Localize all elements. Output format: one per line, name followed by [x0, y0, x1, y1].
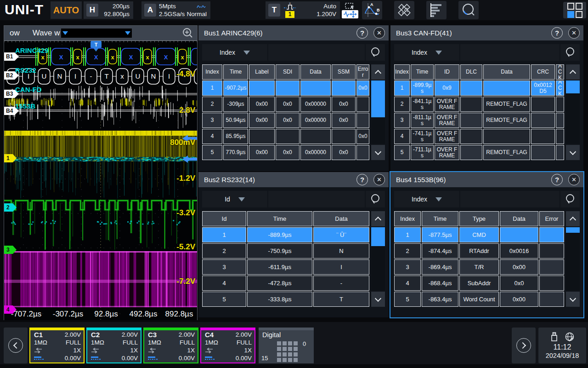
histogram-tool[interactable]	[426, 1, 447, 19]
scrollbar-thumb[interactable]	[371, 80, 385, 117]
table-cell[interactable]: -333.8µs	[247, 292, 312, 307]
table-cell[interactable]: 85.95µs	[223, 129, 248, 144]
table-cell[interactable]: 0x0	[356, 80, 369, 96]
table-cell[interactable]: -863.4µs	[422, 292, 458, 307]
scroll-left-button[interactable]	[4, 328, 28, 363]
table-cell[interactable]: 0x0012D5	[531, 80, 555, 96]
table-cell[interactable]: OVER FRAME	[435, 129, 459, 144]
math-ab-tool[interactable]: A B	[362, 1, 382, 19]
window-layout-button[interactable]	[563, 2, 586, 18]
scroll-right-button[interactable]	[512, 328, 536, 363]
table-cell[interactable]: 0x0	[500, 276, 538, 291]
table-cell[interactable]: 1	[202, 80, 222, 96]
table-cell[interactable]: -472.8µs	[247, 276, 312, 291]
table-cell[interactable]: REMOTE_FLAG	[483, 145, 530, 160]
table-cell[interactable]: 0x0	[276, 113, 300, 128]
table-cell[interactable]	[556, 113, 564, 128]
table-cell[interactable]	[276, 80, 300, 96]
table-cell[interactable]: OVER FRAME	[435, 97, 459, 112]
search-button[interactable]	[560, 191, 580, 207]
table-cell[interactable]: N	[313, 243, 369, 259]
close-icon[interactable]: ✕	[373, 174, 385, 185]
scroll-down-button[interactable]	[371, 292, 385, 307]
scrollbar-track[interactable]	[566, 227, 580, 291]
table-cell[interactable]: -868.4µs	[422, 276, 458, 291]
table-cell[interactable]: 4	[394, 129, 410, 144]
table-cell[interactable]	[249, 129, 275, 144]
search-button[interactable]	[366, 191, 385, 207]
table-cell[interactable]: 0x00000	[300, 97, 331, 112]
table-cell[interactable]: REMOTE_FLAG	[483, 97, 530, 112]
channel-card-c2[interactable]: C22.00V1MΩFULL1X0.00V	[86, 328, 141, 363]
scrollbar-track[interactable]	[371, 80, 385, 144]
table-cell[interactable]: 3	[202, 113, 222, 128]
scroll-down-button[interactable]	[566, 145, 580, 160]
digital-channels-card[interactable]: Digital 0 15	[259, 328, 314, 363]
help-icon[interactable]: ?	[356, 27, 368, 39]
table-cell[interactable]: 0x00	[249, 113, 275, 128]
table-cell[interactable]: 0x0	[276, 145, 300, 160]
help-icon[interactable]: ?	[356, 174, 368, 185]
trigger-menu-button[interactable]: T T 1 Auto 1.200V	[266, 1, 340, 19]
table-cell[interactable]: 2	[394, 97, 410, 112]
scrollbar-track[interactable]	[566, 80, 580, 144]
table-cell[interactable]: 0x00	[249, 145, 275, 160]
table-cell[interactable]: 0x00	[249, 97, 275, 112]
close-icon[interactable]: ✕	[568, 27, 580, 39]
measure-tool[interactable]	[394, 1, 414, 19]
table-cell[interactable]	[460, 129, 482, 144]
table-cell[interactable]: 5	[394, 292, 421, 307]
filter-dropdown[interactable]: Index	[202, 44, 267, 61]
search-button[interactable]	[560, 44, 580, 61]
table-cell[interactable]	[556, 129, 564, 144]
table-cell[interactable]: 4	[202, 276, 246, 291]
table-cell[interactable]: -889.9µs	[247, 227, 312, 242]
channel-card-c1[interactable]: C12.00V1MΩFULL1X0.00V	[29, 328, 85, 363]
table-cell[interactable]	[539, 243, 564, 259]
table-cell[interactable]: 3	[394, 259, 421, 275]
table-cell[interactable]: T/R	[459, 259, 499, 275]
table-cell[interactable]: 0x0	[276, 97, 300, 112]
table-cell[interactable]: T	[313, 292, 369, 307]
table-cell[interactable]: I	[313, 259, 369, 275]
filter-dropdown[interactable]: Id	[202, 191, 267, 207]
scrollbar-track[interactable]	[371, 227, 385, 291]
table-cell[interactable]: -841.1µs	[411, 97, 434, 112]
search-input[interactable]	[268, 191, 365, 207]
table-cell[interactable]: REMOTE_FLAG	[483, 113, 530, 128]
horizontal-menu-button[interactable]: H 200µs 92.800µs	[84, 1, 133, 19]
close-icon[interactable]: ✕	[568, 174, 580, 185]
table-cell[interactable]: 0x9	[435, 80, 459, 96]
table-cell[interactable]: ¨ Ū¨	[313, 227, 369, 242]
table-cell[interactable]	[483, 129, 530, 144]
help-icon[interactable]: ?	[551, 27, 563, 39]
help-icon[interactable]: ?	[551, 174, 563, 185]
table-cell[interactable]	[531, 129, 555, 144]
table-cell[interactable]: 0x00	[500, 259, 538, 275]
table-cell[interactable]: SubAddr	[459, 276, 499, 291]
table-cell[interactable]	[539, 292, 564, 307]
cursor-select-tool[interactable]	[342, 1, 358, 19]
table-cell[interactable]	[332, 80, 356, 96]
wave-source-dropdown[interactable]	[61, 29, 132, 38]
table-cell[interactable]	[556, 145, 564, 160]
table-cell[interactable]: 0x0	[332, 113, 356, 128]
table-cell[interactable]: 1	[394, 227, 421, 242]
table-cell[interactable]	[531, 113, 555, 128]
table-cell[interactable]: 2	[394, 243, 421, 259]
table-cell[interactable]: 2	[202, 243, 246, 259]
table-cell[interactable]: OVER FRAME	[435, 113, 459, 128]
table-cell[interactable]: -741.1µs	[411, 129, 434, 144]
scrollbar-thumb[interactable]	[566, 80, 580, 93]
channel-card-c3[interactable]: C32.00V1MΩFULL1X0.00V	[143, 328, 198, 363]
table-cell[interactable]: 3	[202, 259, 246, 275]
table-cell[interactable]	[460, 145, 482, 160]
search-zoom-tool[interactable]	[458, 1, 479, 19]
waveform-display[interactable]: xXxXxXxXxXT-IUNI-TxUNI- B1 B2 B3 B4 ARIN…	[4, 40, 197, 320]
search-input[interactable]	[460, 191, 560, 207]
scroll-down-button[interactable]	[371, 145, 385, 160]
table-cell[interactable]: 4	[202, 129, 222, 144]
table-cell[interactable]	[460, 113, 482, 128]
table-cell[interactable]: -711.1µs	[411, 145, 434, 160]
search-input[interactable]	[460, 44, 560, 61]
